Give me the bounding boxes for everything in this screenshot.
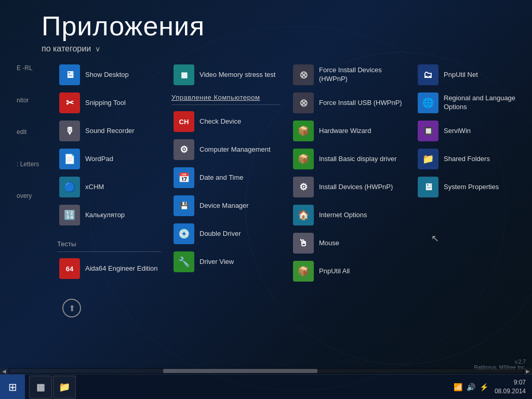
shared-folders-icon: 📁 [418,149,438,169]
mouse-label: Mouse [319,239,339,248]
taskbar-app-folder[interactable]: 📁 [53,376,76,398]
app-double-driver[interactable]: 💿 Double Driver [171,220,281,247]
taskbar-app-grid[interactable]: ▦ [29,376,52,398]
volume-icon[interactable]: 🔊 [467,383,475,391]
install-basic-label: Install Basic display driver [319,155,397,164]
app-install-devices[interactable]: ⚙ Install Devices (HWPnP) [291,174,405,201]
computer-management-icon: ⚙ [174,139,194,160]
app-pnputil-all[interactable]: 📦 PnpUtil All [291,258,405,285]
system-properties-label: System Properties [444,183,499,192]
app-xchm[interactable]: 🔵 xCHM [57,174,161,201]
app-aida64[interactable]: 64 Aida64 Engineer Edition [57,255,161,282]
install-devices-icon: ⚙ [293,177,314,197]
page-title: Приложения [0,0,532,44]
start-button[interactable]: ⊞ [0,375,25,400]
snipping-tool-label: Snipping Tool [85,99,126,108]
app-pnputil-net[interactable]: 🗂 PnpUtil Net [416,61,525,88]
app-regional-language[interactable]: 🌐 Regional and Language Options [416,89,525,116]
pnputil-net-icon: 🗂 [418,64,438,85]
app-force-install-usb[interactable]: ⊗ Force Install USB (HWPnP) [291,89,405,116]
power-icon[interactable]: ⚡ [480,383,488,391]
app-device-manager[interactable]: 💾 Device Manager [171,192,281,219]
taskbar-right: 📶 🔊 ⚡ 9:07 08.09.2014 [454,378,532,396]
scroll-right-button[interactable]: ▶ [524,368,532,374]
aida64-icon: 64 [59,258,80,279]
date-time-icon: 📅 [174,167,194,188]
manage-computer-section: Управление Компьютером [171,89,281,105]
app-serviwin[interactable]: 🔲 ServiWin [416,117,525,144]
network-icon[interactable]: 📶 [454,383,462,391]
pnputil-all-icon: 📦 [293,261,314,282]
edge-overy: overy [15,189,48,204]
app-system-properties[interactable]: 🖥 System Properties [416,174,525,201]
shared-folders-label: Shared Folders [444,155,490,164]
force-install-devices-icon: ⊗ [293,64,314,85]
scroll-up-button[interactable]: ⬆ [62,299,81,317]
serviwin-icon: 🔲 [418,121,438,141]
app-shared-folders[interactable]: 📁 Shared Folders [416,145,525,172]
testy-section-label: Тесты [57,240,76,248]
show-desktop-label: Show Desktop [85,71,129,79]
left-edge-items: E -RL nitor edit : Letters overy [10,61,52,350]
computer-management-label: Computer Management [200,145,271,154]
app-date-time[interactable]: 📅 Date and Time [171,164,281,191]
video-memory-label: Video Memory stress test [200,71,275,79]
taskbar-clock[interactable]: 9:07 08.09.2014 [495,378,526,396]
taskbar-apps: ▦ 📁 [25,376,80,398]
date-time-label: Date and Time [200,174,244,182]
app-video-memory[interactable]: ▦ Video Memory stress test [171,61,281,88]
aida64-label: Aida64 Engineer Edition [85,264,158,273]
force-install-usb-label: Force Install USB (HWPnP) [319,99,402,108]
app-internet-options[interactable]: 🏠 Internet Options [291,202,405,229]
xchm-label: xCHM [85,183,104,192]
pnputil-net-label: PnpUtil Net [444,71,478,79]
driver-view-label: Driver View [200,258,234,267]
app-sound-recorder[interactable]: 🎙 Sound Recorder [57,117,161,144]
check-device-icon: CH [174,111,194,132]
scrollbar-area: ◀ ▶ [0,368,532,374]
internet-options-icon: 🏠 [293,205,314,225]
scroll-left-button[interactable]: ◀ [0,368,8,374]
regional-language-icon: 🌐 [418,92,438,113]
app-computer-management[interactable]: ⚙ Computer Management [171,136,281,163]
clock-time: 9:07 [495,378,526,387]
wordpad-icon: 📄 [59,149,80,169]
app-install-basic[interactable]: 📦 Install Basic display driver [291,145,405,172]
device-manager-label: Device Manager [200,202,249,210]
app-driver-view[interactable]: 🔧 Driver View [171,248,281,275]
col-2: ▦ Video Memory stress test Управление Ко… [166,61,286,350]
calculator-icon: 🔢 [59,205,80,225]
hardware-wizard-label: Hardware Wizard [319,127,371,136]
xchm-icon: 🔵 [59,177,80,197]
check-device-label: Check Device [200,117,241,126]
driver-view-icon: 🔧 [174,251,194,272]
cursor-indicator: ↖ [416,233,525,244]
scroll-thumb[interactable] [163,369,317,373]
mouse-icon: 🖱 [293,233,314,254]
col-1: 🖥 Show Desktop ✂ Snipping Tool 🎙 Sound R… [52,61,166,350]
filter-bar[interactable]: по категории ∨ [0,44,532,61]
video-memory-icon: ▦ [174,64,194,85]
scroll-track[interactable] [9,369,523,373]
app-force-install-devices[interactable]: ⊗ Force Install Devices (HWPnP) [291,61,405,88]
app-show-desktop[interactable]: 🖥 Show Desktop [57,61,161,88]
edge-letters: : Letters [15,157,48,172]
app-check-device[interactable]: CH Check Device [171,108,281,135]
edge-nitor: nitor [15,94,48,108]
clock-date: 08.09.2014 [495,387,526,396]
force-install-usb-icon: ⊗ [293,92,314,113]
hardware-wizard-icon: 📦 [293,121,314,141]
edge-e-rl: E -RL [15,61,48,76]
pnputil-all-label: PnpUtil All [319,267,350,276]
app-mouse[interactable]: 🖱 Mouse [291,230,405,257]
device-manager-icon: 💾 [174,195,194,216]
col-4: 🗂 PnpUtil Net 🌐 Regional and Language Op… [410,61,530,350]
internet-options-label: Internet Options [319,211,367,220]
edge-edit: edit [15,125,48,140]
app-calculator[interactable]: 🔢 Калькулятор [57,202,161,229]
sound-recorder-label: Sound Recorder [85,127,135,136]
tray-icons: 📶 🔊 ⚡ [454,383,488,391]
app-wordpad[interactable]: 📄 WordPad [57,145,161,172]
app-snipping-tool[interactable]: ✂ Snipping Tool [57,89,161,116]
app-hardware-wizard[interactable]: 📦 Hardware Wizard [291,117,405,144]
